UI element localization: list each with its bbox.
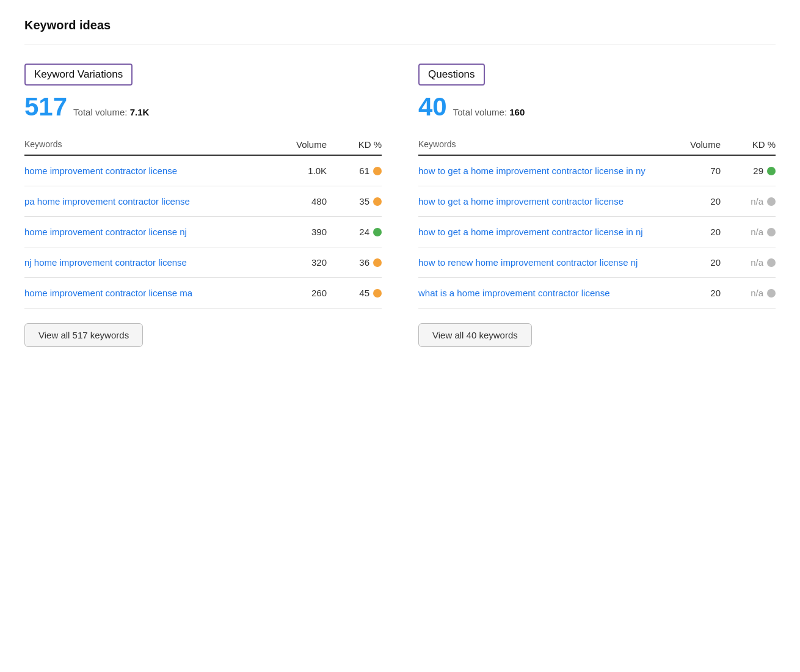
volume-cell: 480 [278,196,333,206]
volume-cell: 1.0K [278,166,333,176]
table-row: what is a home improvement contractor li… [418,278,776,309]
questions-volume-label: Total volume: 160 [453,107,525,117]
volume-cell: 20 [672,227,727,237]
table-row: how to get a home improvement contractor… [418,186,776,217]
table-row: home improvement contractor license 1.0K… [24,156,382,186]
table-row: home improvement contractor license nj 3… [24,217,382,247]
table-row: how to get a home improvement contractor… [418,217,776,247]
kd-cell: n/a [727,288,776,298]
kd-cell: n/a [727,196,776,206]
kd-dot-orange [373,258,382,267]
kd-cell: 61 [333,166,382,176]
keyword-variations-column: Keyword Variations 517 Total volume: 7.1… [24,64,382,347]
kd-dot-green [767,167,776,175]
questions-count: 40 [418,94,447,120]
kv-col-volume-header: Volume [278,139,333,150]
kv-col-keywords-header: Keywords [24,139,278,150]
view-all-q-button[interactable]: View all 40 keywords [418,323,532,347]
kd-cell: 45 [333,288,382,298]
kd-dot-orange [373,167,382,175]
kd-cell: 36 [333,257,382,268]
volume-cell: 20 [672,257,727,268]
kd-dot-orange [373,289,382,298]
questions-tab[interactable]: Questions [418,64,485,86]
keyword-link[interactable]: how to get a home improvement contractor… [418,195,672,208]
keyword-variations-volume-label: Total volume: 7.1K [73,107,149,117]
table-row: pa home improvement contractor license 4… [24,186,382,217]
kd-cell: 35 [333,196,382,206]
view-all-kv-button[interactable]: View all 517 keywords [24,323,143,347]
kd-cell: 29 [727,166,776,176]
kd-dot-orange [373,197,382,206]
volume-cell: 20 [672,196,727,206]
q-col-kd-header: KD % [727,139,776,150]
keyword-link[interactable]: how to renew home improvement contractor… [418,256,672,269]
two-column-layout: Keyword Variations 517 Total volume: 7.1… [24,64,776,347]
volume-cell: 20 [672,288,727,298]
volume-cell: 260 [278,288,333,298]
volume-cell: 390 [278,227,333,237]
questions-column: Questions 40 Total volume: 160 Keywords … [418,64,776,347]
kd-dot-gray [767,197,776,206]
keyword-link[interactable]: what is a home improvement contractor li… [418,287,672,299]
table-row: home improvement contractor license ma 2… [24,278,382,309]
kd-cell: n/a [727,257,776,268]
keyword-variations-tab[interactable]: Keyword Variations [24,64,133,86]
kd-dot-gray [767,228,776,236]
keyword-link[interactable]: home improvement contractor license ma [24,287,278,299]
kd-cell: 24 [333,227,382,237]
kv-table-header: Keywords Volume KD % [24,134,382,156]
top-divider [24,45,776,45]
keyword-link[interactable]: pa home improvement contractor license [24,195,278,208]
keyword-link[interactable]: home improvement contractor license [24,164,278,177]
table-row: how to renew home improvement contractor… [418,247,776,278]
keyword-variations-count: 517 [24,94,67,120]
kd-dot-green [373,228,382,236]
kd-dot-gray [767,258,776,267]
table-row: nj home improvement contractor license 3… [24,247,382,278]
kd-cell: n/a [727,227,776,237]
keyword-link[interactable]: how to get a home improvement contractor… [418,164,672,177]
keyword-link[interactable]: how to get a home improvement contractor… [418,225,672,238]
keyword-link[interactable]: home improvement contractor license nj [24,225,278,238]
keyword-link[interactable]: nj home improvement contractor license [24,256,278,269]
table-row: how to get a home improvement contractor… [418,156,776,186]
q-col-volume-header: Volume [672,139,727,150]
questions-count-row: 40 Total volume: 160 [418,94,776,120]
volume-cell: 320 [278,257,333,268]
page-title: Keyword ideas [24,18,776,32]
volume-cell: 70 [672,166,727,176]
q-table-header: Keywords Volume KD % [418,134,776,156]
kd-dot-gray [767,289,776,298]
q-col-keywords-header: Keywords [418,139,672,150]
keyword-variations-count-row: 517 Total volume: 7.1K [24,94,382,120]
kv-col-kd-header: KD % [333,139,382,150]
